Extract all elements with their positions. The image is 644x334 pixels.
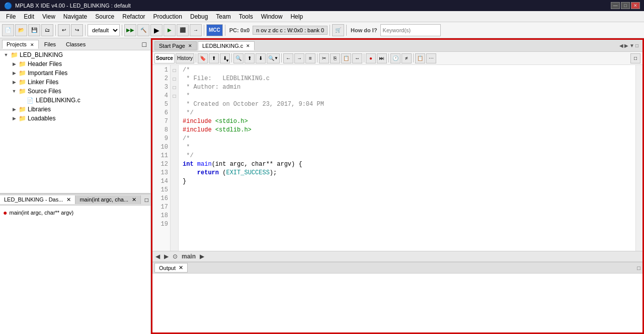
close-button[interactable]: ✕ bbox=[631, 2, 640, 9]
bottom-panel-maximize[interactable]: □ bbox=[143, 196, 150, 204]
tab-main-func-label: main(int argc, cha... bbox=[79, 196, 128, 203]
tab-main-close[interactable]: ✕ bbox=[132, 196, 136, 203]
maximize-button[interactable]: □ bbox=[621, 2, 630, 9]
menu-source[interactable]: Source bbox=[91, 12, 118, 21]
toolbar-sep-3 bbox=[122, 25, 122, 36]
tab-dashboard-close[interactable]: ✕ bbox=[66, 196, 71, 203]
menu-tools[interactable]: Tools bbox=[235, 12, 257, 21]
history-btn[interactable]: 🕐 bbox=[390, 53, 400, 63]
main-toolbar: 📄 📂 💾 🗂 ↩ ↪ default ▶▶ 🔨 ▶ ▶ ⬛ → MCC PC:… bbox=[0, 22, 644, 38]
tab-scroll-right[interactable]: ▶ bbox=[624, 43, 628, 48]
find-next-button[interactable]: ⬇ bbox=[256, 53, 266, 63]
tasks-btn[interactable]: 📋 bbox=[415, 53, 425, 63]
tree-label-ledblinking-c: LEDBLINKING.c bbox=[36, 97, 80, 104]
output-content-area[interactable] bbox=[152, 274, 642, 332]
nav-back-button[interactable]: ◀ bbox=[154, 253, 161, 260]
tab-dropdown[interactable]: ▼ bbox=[629, 43, 634, 48]
mcc-button[interactable]: MCC bbox=[206, 24, 223, 36]
tree-item-ledblinking-c[interactable]: 📄 LEDBLINKING.c bbox=[0, 96, 150, 105]
breakpoint-button[interactable]: ● bbox=[366, 53, 376, 63]
source-tab-button[interactable]: Source bbox=[154, 53, 175, 63]
nav-forward-button[interactable]: ▶ bbox=[163, 253, 170, 260]
tree-root-led-blinking[interactable]: ▼ 📁 LED_BLINKING bbox=[0, 50, 150, 59]
tab-start-page[interactable]: Start Page ✕ bbox=[154, 41, 197, 50]
new-file-button[interactable]: 📄 bbox=[2, 24, 14, 36]
code-content-area[interactable]: /* * File: LEDBLINKING.c * Author: admin… bbox=[179, 65, 635, 251]
menu-team[interactable]: Team bbox=[212, 12, 234, 21]
run-project-button[interactable]: ▶▶ bbox=[124, 24, 136, 36]
save-all-button[interactable]: 🗂 bbox=[41, 24, 53, 36]
history-tab-button[interactable]: History bbox=[176, 53, 194, 63]
tab-main-func[interactable]: main(int argc, cha... ✕ bbox=[75, 195, 141, 204]
more-btn[interactable]: ⋯ bbox=[426, 53, 436, 63]
menu-help[interactable]: Help bbox=[286, 12, 307, 21]
cart-button[interactable]: 🛒 bbox=[332, 24, 344, 36]
menu-edit[interactable]: Edit bbox=[20, 12, 38, 21]
window-controls[interactable]: — □ ✕ bbox=[611, 2, 640, 9]
output-close-button[interactable]: ✕ bbox=[179, 264, 183, 271]
tree-item-loadables[interactable]: ▶ 📁 Loadables bbox=[0, 114, 150, 123]
tab-output[interactable]: Output ✕ bbox=[154, 263, 188, 273]
nav-scope-arrow[interactable]: ▶ bbox=[199, 253, 205, 260]
toggle-macros-button[interactable]: ≡ bbox=[305, 53, 315, 63]
menu-view[interactable]: View bbox=[38, 12, 59, 21]
tree-item-linker-files[interactable]: ▶ 📁 Linker Files bbox=[0, 78, 150, 87]
toggle-bookmarks-button[interactable]: 🔖 bbox=[198, 53, 208, 63]
menu-window[interactable]: Window bbox=[257, 12, 287, 21]
config-dropdown[interactable]: default bbox=[88, 24, 120, 36]
tree-item-source-files[interactable]: ▼ 📁 Source Files bbox=[0, 87, 150, 96]
nav-scope-label[interactable]: main bbox=[181, 253, 197, 260]
menu-navigate[interactable]: Navigate bbox=[59, 12, 91, 21]
debug-project-button[interactable]: ▶ bbox=[164, 24, 176, 36]
stop-button[interactable]: ⬛ bbox=[177, 24, 189, 36]
tab-projects[interactable]: Projects ✕ bbox=[2, 40, 39, 49]
menu-production[interactable]: Production bbox=[149, 12, 186, 21]
tree-item-libraries[interactable]: ▶ 📁 Libraries bbox=[0, 105, 150, 114]
output-maximize-button[interactable]: □ bbox=[637, 265, 640, 271]
tab-projects-close[interactable]: ✕ bbox=[30, 42, 34, 47]
clean-build-button[interactable]: 🔨 bbox=[137, 24, 149, 36]
tab-dashboard[interactable]: LED_BLINKING - Das... ✕ bbox=[0, 195, 75, 204]
tree-item-header-files[interactable]: ▶ 📁 Header Files bbox=[0, 59, 150, 69]
help-label: How do I? bbox=[349, 27, 379, 33]
tree-item-important-files[interactable]: ▶ 📁 Important Files bbox=[0, 69, 150, 78]
tab-scroll-left[interactable]: ◀ bbox=[619, 43, 623, 48]
menu-debug[interactable]: Debug bbox=[186, 12, 212, 21]
paste-button[interactable]: 📋 bbox=[341, 53, 351, 63]
redo-button[interactable]: ↪ bbox=[71, 24, 83, 36]
copy-button[interactable]: ⎘ bbox=[330, 53, 340, 63]
step-over-button[interactable]: → bbox=[190, 24, 202, 36]
save-button[interactable]: 💾 bbox=[28, 24, 40, 36]
ed-sep-5 bbox=[364, 53, 364, 62]
menu-file[interactable]: File bbox=[2, 12, 20, 21]
open-project-button[interactable]: 📂 bbox=[15, 24, 27, 36]
toggle-search-bar[interactable]: 🔍▼ bbox=[267, 53, 280, 63]
cut-button[interactable]: ✂ bbox=[319, 53, 329, 63]
error-item-main[interactable]: ● main(int argc, char** argv) bbox=[2, 208, 148, 218]
diff-btn[interactable]: ≠ bbox=[401, 53, 412, 63]
build-project-button[interactable]: ▶ bbox=[150, 24, 163, 36]
go-back-button[interactable]: ← bbox=[283, 53, 293, 63]
keyword-search-input[interactable] bbox=[380, 24, 441, 36]
minimize-button[interactable]: — bbox=[611, 2, 620, 9]
project-tree: ▼ 📁 LED_BLINKING ▶ 📁 Header Files ▶ 📁 Im… bbox=[0, 50, 150, 193]
tab-ledblinking-c-close[interactable]: ✕ bbox=[246, 43, 250, 48]
editor-maximize-button[interactable]: □ bbox=[630, 53, 640, 63]
tab-start-page-close[interactable]: ✕ bbox=[188, 43, 192, 48]
main-layout: Projects ✕ Files Classes □ ▼ 📁 LED_BLINK… bbox=[0, 38, 644, 334]
format-button[interactable]: ↔ bbox=[352, 53, 362, 63]
minimap-scroll bbox=[635, 65, 642, 251]
tab-classes[interactable]: Classes bbox=[61, 40, 90, 49]
run-to-cursor-button[interactable]: ⏭ bbox=[377, 53, 387, 63]
undo-button[interactable]: ↩ bbox=[58, 24, 70, 36]
tab-ledblinking-c[interactable]: LEDBLINKING.c ✕ bbox=[198, 41, 255, 50]
next-bookmark-button[interactable]: ⬇▼ bbox=[220, 53, 230, 63]
sidebar-maximize-button[interactable]: □ bbox=[140, 40, 148, 48]
prev-bookmark-button[interactable]: ⬆ bbox=[209, 53, 219, 63]
tab-files[interactable]: Files bbox=[40, 40, 60, 49]
find-prev-button[interactable]: ⬆ bbox=[245, 53, 255, 63]
go-forward-button[interactable]: → bbox=[294, 53, 304, 63]
find-button[interactable]: 🔍 bbox=[233, 53, 244, 63]
menu-refactor[interactable]: Refactor bbox=[118, 12, 149, 21]
tab-maximize[interactable]: □ bbox=[635, 43, 638, 48]
